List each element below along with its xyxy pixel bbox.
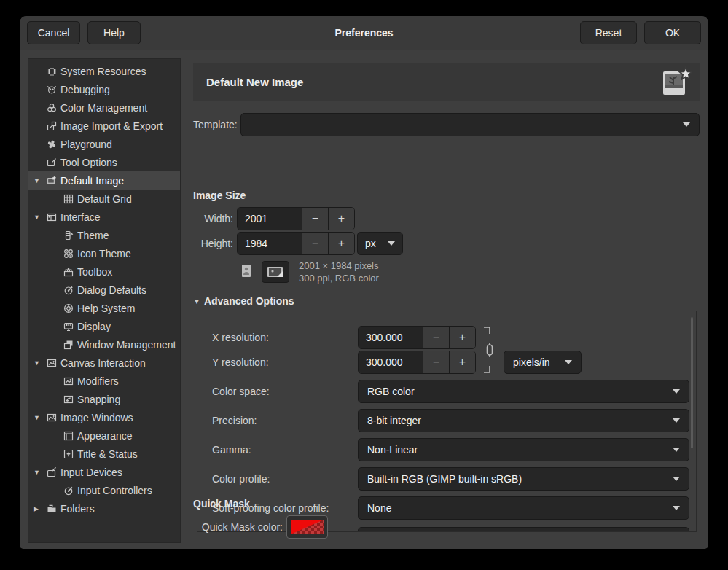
- color-profile-value: Built-in RGB (GIMP built-in sRGB): [367, 473, 522, 485]
- sidebar-item-label: Debugging: [60, 84, 110, 95]
- sidebar-list: System ResourcesDebuggingColor Managemen…: [28, 59, 180, 518]
- sidebar-item-label: Tool Options: [60, 157, 117, 168]
- expander-closed-icon[interactable]: ▶: [34, 505, 46, 512]
- sidebar-item-interface[interactable]: ▼Interface: [28, 208, 180, 226]
- sidebar-item-title-status[interactable]: Title & Status: [28, 445, 180, 463]
- sidebar-item-display[interactable]: Display: [28, 317, 180, 335]
- sidebar-item-appearance[interactable]: Appearance: [28, 426, 180, 445]
- sidebar-item-window-management[interactable]: Window Management: [28, 335, 180, 354]
- clipped-combobox[interactable]: [358, 527, 689, 532]
- sidebar-item-canvas-interaction[interactable]: ▼Canvas Interaction: [28, 354, 180, 372]
- size-unit-value: px: [365, 238, 376, 249]
- precision-combobox[interactable]: 8-bit integer: [358, 409, 689, 432]
- expander-open-icon[interactable]: ▼: [34, 214, 46, 221]
- sidebar-item-toolbox[interactable]: Toolbox: [28, 262, 180, 281]
- template-combobox[interactable]: [240, 113, 700, 136]
- y-resolution-decrement-button[interactable]: −: [423, 351, 449, 373]
- playground-icon: [46, 138, 58, 150]
- x-resolution-input[interactable]: 300.000: [359, 327, 423, 348]
- expander-open-icon[interactable]: ▼: [34, 414, 46, 421]
- advanced-options-expander[interactable]: ▼Advanced Options: [193, 295, 294, 307]
- advanced-options-heading: Advanced Options: [204, 295, 294, 307]
- theme-icon: [63, 230, 75, 241]
- cancel-button[interactable]: Cancel: [27, 21, 80, 44]
- sidebar-item-theme[interactable]: Theme: [28, 226, 180, 244]
- height-increment-button[interactable]: +: [328, 233, 354, 254]
- sidebar-item-debugging[interactable]: Debugging: [28, 80, 180, 98]
- sidebar-item-system-resources[interactable]: System Resources: [28, 62, 180, 80]
- landscape-orientation-button[interactable]: [262, 261, 289, 283]
- sidebar-item-input-devices[interactable]: ▼Input Devices: [28, 463, 180, 481]
- ok-button[interactable]: OK: [644, 21, 701, 44]
- sidebar-item-label: Modifiers: [77, 375, 119, 387]
- sidebar-item-label: Default Grid: [77, 193, 132, 205]
- precision-label: Precision:: [212, 409, 257, 432]
- expander-open-icon[interactable]: ▼: [34, 469, 46, 476]
- sidebar-item-color-management[interactable]: Color Management: [28, 98, 180, 117]
- y-resolution-label: Y resolution:: [212, 351, 269, 374]
- help-button[interactable]: Help: [87, 21, 141, 44]
- image-windows-icon: [46, 412, 58, 423]
- sidebar-item-snapping[interactable]: Snapping: [28, 390, 180, 408]
- color-profile-combobox[interactable]: Built-in RGB (GIMP built-in sRGB): [358, 467, 689, 491]
- sidebar-item-folders[interactable]: ▶Folders: [28, 499, 180, 518]
- sidebar-item-default-grid[interactable]: Default Grid: [28, 190, 180, 208]
- x-resolution-decrement-button[interactable]: −: [423, 327, 449, 348]
- size-summary-line2: 300 ppi, RGB color: [299, 272, 379, 284]
- canvas-interaction-icon: [46, 357, 58, 369]
- height-input[interactable]: 1984: [238, 233, 302, 254]
- sidebar-item-modifiers[interactable]: Modifiers: [28, 372, 180, 390]
- soft-proofing-combobox[interactable]: None: [358, 496, 689, 520]
- height-decrement-button[interactable]: −: [302, 233, 328, 254]
- width-decrement-button[interactable]: −: [302, 208, 328, 230]
- expander-open-icon[interactable]: ▼: [34, 359, 46, 367]
- quick-mask-color-label: Quick Mask color:: [193, 515, 283, 539]
- modifiers-icon: [63, 375, 75, 387]
- frame-scrollbar[interactable]: [691, 317, 693, 448]
- reset-button[interactable]: Reset: [580, 21, 637, 44]
- tool-options-icon: [46, 157, 58, 168]
- advanced-options-frame: X resolution: 300.000 − + Y resolution: …: [197, 311, 697, 532]
- sidebar-item-dialog-defaults[interactable]: Dialog Defaults: [28, 281, 180, 299]
- color-management-icon: [46, 102, 58, 114]
- input-controllers-icon: [63, 485, 75, 496]
- x-resolution-increment-button[interactable]: +: [449, 327, 475, 348]
- width-increment-button[interactable]: +: [328, 208, 354, 230]
- dialog-defaults-icon: [63, 284, 75, 296]
- expander-open-icon[interactable]: ▼: [34, 177, 46, 184]
- color-space-label: Color space:: [212, 380, 270, 403]
- sidebar-item-image-import-export[interactable]: Image Import & Export: [28, 117, 180, 135]
- height-label: Height:: [193, 232, 233, 255]
- sidebar-item-label: System Resources: [60, 66, 146, 77]
- gamma-combobox[interactable]: Non-Linear: [358, 438, 689, 461]
- sidebar-item-tool-options[interactable]: Tool Options: [28, 153, 180, 171]
- sidebar-item-help-system[interactable]: Help System: [28, 299, 180, 317]
- appearance-icon: [63, 430, 75, 442]
- portrait-orientation-button[interactable]: [240, 263, 253, 284]
- y-resolution-increment-button[interactable]: +: [449, 351, 475, 373]
- quick-mask-color-button[interactable]: [286, 515, 328, 539]
- default-new-image-page: Default New Image Template: Image Size W…: [193, 58, 700, 543]
- sidebar-item-playground[interactable]: Playground: [28, 135, 180, 153]
- sidebar-item-label: Input Devices: [60, 466, 122, 478]
- sidebar-item-icon-theme[interactable]: Icon Theme: [28, 244, 180, 262]
- image-size-heading: Image Size: [193, 190, 246, 201]
- color-profile-label: Color profile:: [212, 467, 270, 491]
- sidebar-item-label: Image Import & Export: [60, 120, 163, 132]
- sidebar-item-default-image[interactable]: ▼Default Image: [28, 171, 180, 190]
- landscape-icon: [267, 265, 284, 278]
- chevron-down-icon: [673, 448, 680, 452]
- sidebar-item-input-controllers[interactable]: Input Controllers: [28, 481, 180, 499]
- sidebar-item-label: Image Windows: [60, 412, 133, 423]
- folders-icon: [46, 503, 58, 515]
- sidebar-item-image-windows[interactable]: ▼Image Windows: [28, 408, 180, 426]
- page-title-strip: Default New Image: [193, 63, 700, 101]
- chain-broken-icon[interactable]: [482, 325, 493, 378]
- width-input[interactable]: 2001: [238, 208, 302, 230]
- resolution-unit-combobox[interactable]: pixels/in: [504, 351, 582, 374]
- y-resolution-input[interactable]: 300.000: [359, 351, 423, 373]
- sidebar-item-label: Canvas Interaction: [60, 357, 146, 369]
- size-unit-combobox[interactable]: px: [357, 232, 403, 255]
- color-space-combobox[interactable]: RGB color: [358, 380, 689, 403]
- default-image-icon: [46, 175, 58, 187]
